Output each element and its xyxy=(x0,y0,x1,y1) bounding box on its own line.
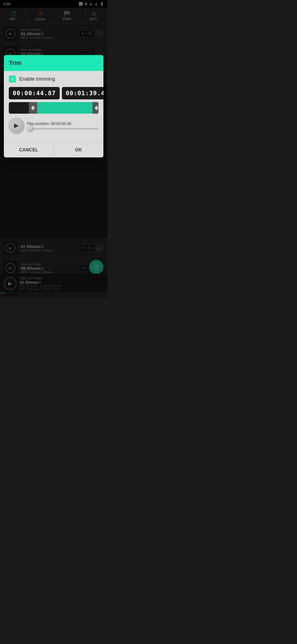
svg-marker-1 xyxy=(95,105,98,110)
trim-slider[interactable] xyxy=(9,102,98,114)
position-slider[interactable] xyxy=(27,128,98,130)
enable-trimming-row: ✓ Enable trimming xyxy=(9,75,98,83)
trim-dialog: Trim ✓ Enable trimming 00:00:44.87 00:01… xyxy=(4,55,103,157)
trim-handle-start[interactable] xyxy=(29,102,37,114)
enable-trimming-label: Enable trimming xyxy=(19,76,55,82)
start-time-input[interactable]: 00:00:44.87 xyxy=(9,87,60,99)
play-position-label: Play position: 00:00:00.00 xyxy=(27,121,98,126)
svg-marker-0 xyxy=(31,105,35,110)
playback-row: ▶ Play position: 00:00:00.00 xyxy=(9,118,98,133)
end-time-input[interactable]: 00:01:39.47 xyxy=(62,87,103,99)
play-position-area: Play position: 00:00:00.00 xyxy=(27,121,98,130)
cancel-button[interactable]: CANCEL xyxy=(4,143,54,157)
dialog-footer: CANCEL OK xyxy=(4,142,103,157)
trim-range xyxy=(33,102,97,114)
dialog-title: Trim xyxy=(9,59,98,67)
ok-button[interactable]: OK xyxy=(54,143,104,157)
dialog-header: Trim xyxy=(4,55,103,71)
position-thumb[interactable] xyxy=(27,126,33,132)
time-row: 00:00:44.87 00:01:39.47 xyxy=(9,87,98,99)
play-button[interactable]: ▶ xyxy=(9,118,24,133)
dialog-body: ✓ Enable trimming 00:00:44.87 00:01:39.4… xyxy=(4,71,103,142)
trim-handle-end[interactable] xyxy=(92,102,98,114)
enable-trimming-checkbox[interactable]: ✓ xyxy=(9,75,16,83)
